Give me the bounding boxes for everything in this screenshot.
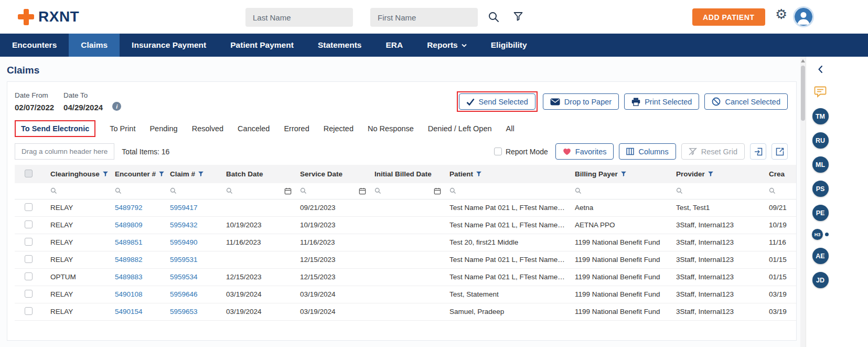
column-header-billing-payer[interactable]: Billing Payer (571, 165, 672, 183)
tab-rejected[interactable]: Rejected (324, 120, 353, 137)
encounter-link[interactable]: 5489883 (115, 273, 143, 281)
calendar-icon[interactable] (359, 187, 366, 195)
tab-all[interactable]: All (506, 120, 515, 137)
scroll-up-arrow[interactable] (801, 59, 805, 63)
column-header-clearinghouse[interactable]: Clearinghouse (46, 165, 111, 183)
claim-link[interactable]: 5959490 (170, 238, 198, 246)
row-checkbox[interactable] (25, 290, 33, 298)
first-name-input[interactable] (370, 8, 478, 27)
print-selected-button[interactable]: Print Selected (624, 93, 699, 110)
tab-errored[interactable]: Errored (284, 120, 309, 137)
info-icon[interactable] (112, 102, 121, 111)
report-mode-checkbox[interactable] (494, 148, 502, 155)
encounter-link[interactable]: 5489882 (115, 256, 143, 264)
vertical-scrollbar[interactable] (800, 57, 806, 347)
column-header-crea[interactable]: Crea (765, 165, 797, 183)
scrollbar-thumb[interactable] (801, 66, 805, 121)
search-icon[interactable] (575, 187, 582, 194)
column-header-batch-date[interactable]: Batch Date (222, 165, 296, 183)
user-avatar[interactable] (793, 6, 814, 27)
column-header-initial-billed-date[interactable]: Initial Billed Date (370, 165, 445, 183)
filter-cell-initial-billed-date[interactable] (370, 183, 445, 199)
date-to-field[interactable]: Date To 04/29/2024 (63, 91, 103, 112)
row-checkbox[interactable] (25, 203, 33, 211)
user-avatar-h3[interactable]: H3 (812, 229, 823, 240)
search-icon[interactable] (488, 11, 499, 23)
drop-to-paper-button[interactable]: Drop to Paper (543, 93, 619, 110)
column-filter-icon[interactable] (158, 171, 165, 177)
nav-item-reports[interactable]: Reports (415, 34, 479, 57)
user-avatar-ae[interactable]: AE (812, 248, 829, 264)
search-icon[interactable] (449, 187, 456, 194)
column-header-encounter[interactable]: Encounter # (111, 165, 166, 183)
column-filter-icon[interactable] (708, 171, 714, 177)
claim-link[interactable]: 5959531 (170, 256, 198, 264)
encounter-link[interactable]: 5489809 (115, 221, 143, 229)
filter-cell-billing-payer[interactable] (571, 183, 672, 199)
search-icon[interactable] (115, 187, 122, 194)
row-checkbox[interactable] (25, 307, 33, 315)
row-checkbox[interactable] (25, 220, 33, 228)
reset-grid-button[interactable]: Reset Grid (681, 143, 745, 160)
search-icon[interactable] (374, 187, 381, 194)
tab-resolved[interactable]: Resolved (192, 120, 223, 137)
column-header-provider[interactable]: Provider (672, 165, 765, 183)
filter-cell-provider[interactable] (672, 183, 765, 199)
search-icon[interactable] (50, 187, 57, 194)
column-header-claim[interactable]: Claim # (166, 165, 222, 183)
favorites-button[interactable]: Favorites (555, 143, 614, 160)
encounter-link[interactable]: 5489851 (115, 238, 143, 246)
filter-cell-crea[interactable] (765, 183, 797, 199)
row-checkbox[interactable] (25, 272, 33, 280)
claim-link[interactable]: 5959417 (170, 204, 198, 212)
claim-link[interactable]: 5959646 (170, 290, 198, 298)
add-patient-button[interactable]: ADD PATIENT (692, 8, 765, 26)
tab-canceled[interactable]: Canceled (238, 120, 270, 137)
tab-denied-left-open[interactable]: Denied / Left Open (428, 120, 492, 137)
tab-to-send-electronic[interactable]: To Send Electronic (15, 120, 95, 137)
column-header-service-date[interactable]: Service Date (296, 165, 370, 183)
filter-cell-clearinghouse[interactable] (46, 183, 111, 199)
date-from-value[interactable]: 02/07/2022 (15, 103, 54, 112)
user-avatar-pe[interactable]: PE (812, 205, 829, 221)
nav-item-insurance-payment[interactable]: Insurance Payment (120, 34, 218, 57)
user-avatar-jd[interactable]: JD (812, 272, 829, 288)
column-filter-icon[interactable] (476, 171, 482, 177)
column-filter-icon[interactable] (102, 171, 109, 177)
filter-cell-encounter[interactable] (111, 183, 166, 199)
encounter-link[interactable]: 5490108 (115, 290, 143, 298)
column-header-patient[interactable]: Patient (445, 165, 571, 183)
export-external-button[interactable] (771, 143, 788, 160)
claim-link[interactable]: 5959432 (170, 221, 198, 229)
date-from-field[interactable]: Date From 02/07/2022 (15, 91, 54, 112)
last-name-input[interactable] (245, 8, 353, 27)
search-icon[interactable] (170, 187, 177, 194)
calendar-icon[interactable] (434, 187, 441, 195)
encounter-link[interactable]: 5490154 (115, 308, 143, 316)
filter-icon[interactable] (513, 11, 523, 22)
search-icon[interactable] (300, 187, 307, 194)
nav-item-claims[interactable]: Claims (69, 34, 120, 57)
user-avatar-tm[interactable]: TM (812, 108, 829, 124)
columns-button[interactable]: Columns (619, 143, 676, 160)
nav-item-era[interactable]: ERA (373, 34, 415, 57)
user-avatar-ru[interactable]: RU (812, 132, 829, 149)
cancel-selected-button[interactable]: Cancel Selected (704, 93, 788, 110)
nav-item-patient-payment[interactable]: Patient Payment (218, 34, 306, 57)
filter-cell-claim[interactable] (166, 183, 222, 199)
search-icon[interactable] (769, 187, 776, 194)
row-checkbox[interactable] (25, 238, 33, 246)
select-all-checkbox[interactable] (25, 170, 33, 177)
claim-link[interactable]: 5959653 (170, 308, 198, 316)
user-avatar-ps[interactable]: PS (812, 181, 829, 197)
nav-item-encounters[interactable]: Encounters (0, 34, 69, 57)
tab-to-print[interactable]: To Print (110, 120, 135, 137)
search-icon[interactable] (226, 187, 233, 194)
tab-no-response[interactable]: No Response (368, 120, 414, 137)
filter-cell-batch-date[interactable] (222, 183, 296, 199)
row-checkbox[interactable] (25, 255, 33, 263)
column-filter-icon[interactable] (620, 171, 627, 177)
collapse-panel-icon[interactable] (818, 65, 823, 73)
chat-icon[interactable] (814, 86, 827, 98)
claim-link[interactable]: 5959534 (170, 273, 198, 281)
